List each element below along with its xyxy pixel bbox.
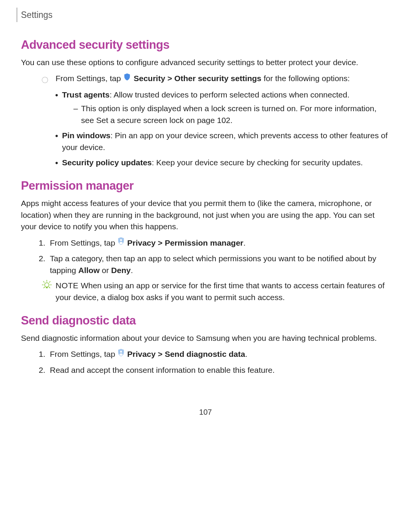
list-item: Security policy updates: Keep your devic…	[55, 157, 390, 168]
list-item: Pin windows: Pin an app on your device s…	[55, 130, 390, 153]
breadcrumb: Settings	[17, 8, 390, 22]
intro-permission-manager: Apps might access features of your devic…	[21, 198, 390, 232]
text-bold: Permission manager	[165, 238, 244, 247]
list-item: From Settings, tap Privacy > Send diagno…	[48, 348, 390, 361]
bullet-list: Trust agents: Allow trusted devices to p…	[55, 89, 390, 169]
text-bold: Privacy	[127, 238, 156, 247]
text: From Settings, tap	[50, 350, 117, 358]
privacy-person-icon	[117, 237, 125, 248]
page-number: 107	[21, 407, 390, 418]
text-sep: >	[156, 238, 165, 247]
text: on page 102.	[184, 116, 233, 125]
heading-send-diagnostic: Send diagnostic data	[21, 312, 390, 329]
note-block: NOTE When using an app or service for th…	[42, 280, 390, 303]
svg-line-7	[49, 287, 50, 288]
text: .	[244, 238, 246, 247]
text-bold: Send diagnostic data	[165, 350, 245, 358]
list-item: From Settings, tap Privacy > Permission …	[48, 237, 390, 249]
text: Read and accept the consent information …	[50, 366, 275, 374]
text-bold: Security	[134, 74, 165, 83]
svg-point-0	[120, 239, 122, 241]
list-item: Tap a category, then tap an app to selec…	[48, 253, 390, 276]
dotted-circle-icon	[42, 77, 48, 83]
bullet-label: Security policy updates	[62, 158, 152, 167]
bullet-label: Trust agents	[62, 90, 110, 99]
bullet-label: Pin windows	[62, 131, 110, 140]
bullet-text: : Allow trusted devices to perform selec…	[110, 90, 349, 99]
intro-send-diagnostic: Send diagnostic information about your d…	[21, 332, 390, 344]
list-item: Trust agents: Allow trusted devices to p…	[55, 89, 390, 126]
svg-point-10	[120, 351, 122, 353]
step-security-path: From Settings, tap Security > Other secu…	[21, 73, 390, 86]
text: or	[100, 266, 111, 275]
text: From Settings, tap	[56, 74, 123, 83]
text: From Settings, tap	[50, 238, 117, 247]
svg-line-2	[43, 281, 44, 282]
heading-advanced-security: Advanced security settings	[21, 37, 390, 54]
text-bold: Privacy	[127, 350, 156, 358]
numbered-list: From Settings, tap Privacy > Send diagno…	[37, 348, 390, 376]
intro-advanced-security: You can use these options to configure a…	[21, 57, 390, 68]
text-bold: Other security settings	[174, 74, 261, 83]
svg-rect-9	[46, 287, 48, 288]
svg-line-6	[44, 287, 45, 288]
note-text: When using an app or service for the fir…	[56, 281, 385, 301]
text-sep: >	[156, 350, 165, 358]
lightbulb-tip-icon	[42, 280, 52, 293]
note-label: NOTE	[56, 281, 78, 290]
list-item: This option is only displayed when a loc…	[70, 103, 390, 126]
text: .	[131, 266, 133, 275]
text: .	[245, 350, 247, 358]
list-item: Read and accept the consent information …	[48, 364, 390, 376]
shield-icon	[123, 73, 131, 84]
text: for the following options:	[261, 74, 350, 83]
bullet-text: : Pin an app on your device screen, whic…	[62, 131, 388, 151]
privacy-person-icon	[117, 348, 125, 360]
numbered-list: From Settings, tap Privacy > Permission …	[37, 237, 390, 276]
text-sep: >	[165, 74, 174, 83]
heading-permission-manager: Permission manager	[21, 177, 390, 195]
svg-point-8	[45, 283, 49, 287]
svg-line-3	[49, 281, 50, 282]
text-bold: Deny	[111, 266, 131, 275]
text-bold: Allow	[78, 266, 100, 275]
xref-secure-lock[interactable]: Set a secure screen lock	[96, 116, 184, 125]
bullet-text: : Keep your device secure by checking fo…	[152, 158, 363, 167]
